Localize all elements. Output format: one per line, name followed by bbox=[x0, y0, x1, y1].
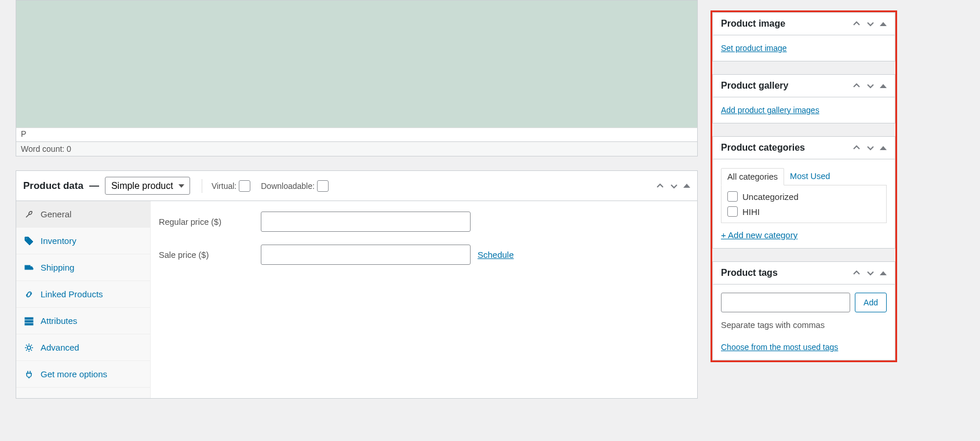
schedule-link[interactable]: Schedule bbox=[478, 250, 514, 260]
category-label: HIHI bbox=[742, 207, 760, 217]
editor-word-count: Word count: 0 bbox=[16, 141, 698, 156]
tab-most-used[interactable]: Most Used bbox=[784, 168, 836, 185]
add-gallery-images-link[interactable]: Add product gallery images bbox=[721, 105, 819, 115]
product-gallery-panel: Product gallery Add product gallery imag… bbox=[712, 74, 895, 123]
chevron-down-icon[interactable] bbox=[866, 81, 875, 90]
sale-price-input[interactable] bbox=[261, 245, 471, 265]
panel-title: Product tags bbox=[721, 268, 778, 278]
panel-title: Product categories bbox=[721, 143, 805, 153]
chevron-up-icon[interactable] bbox=[852, 81, 861, 90]
add-new-category-link[interactable]: + Add new category bbox=[721, 230, 797, 240]
product-data-header: Product data — Simple product Virtual: D… bbox=[16, 171, 697, 201]
editor-element-path: P bbox=[16, 127, 698, 141]
list-icon bbox=[24, 316, 34, 326]
category-checkbox[interactable] bbox=[727, 206, 738, 217]
tab-get-more-options[interactable]: Get more options bbox=[16, 361, 150, 388]
tab-label: Attributes bbox=[41, 316, 77, 326]
product-type-select[interactable]: Simple product bbox=[105, 177, 190, 195]
choose-most-used-tags-link[interactable]: Choose from the most used tags bbox=[721, 342, 838, 352]
regular-price-input[interactable] bbox=[261, 212, 471, 232]
product-data-title: Product data bbox=[23, 180, 83, 192]
tab-shipping[interactable]: Shipping bbox=[16, 254, 150, 281]
chevron-down-icon[interactable] bbox=[866, 19, 875, 28]
chevron-up-icon[interactable] bbox=[852, 268, 861, 278]
sale-price-label: Sale price ($) bbox=[159, 250, 261, 260]
add-tag-button[interactable]: Add bbox=[855, 293, 887, 312]
panel-toggle-icon[interactable] bbox=[683, 184, 690, 188]
tag-input[interactable] bbox=[721, 293, 850, 312]
tab-linked-products[interactable]: Linked Products bbox=[16, 281, 150, 308]
tab-label: Linked Products bbox=[41, 289, 103, 299]
virtual-checkbox[interactable] bbox=[239, 180, 250, 192]
tab-label: General bbox=[41, 209, 71, 219]
tab-label: Advanced bbox=[41, 342, 79, 352]
regular-price-label: Regular price ($) bbox=[159, 217, 261, 227]
plug-icon bbox=[24, 370, 34, 379]
downloadable-checkbox[interactable] bbox=[317, 180, 329, 192]
tab-label: Shipping bbox=[41, 263, 74, 272]
separator bbox=[202, 179, 202, 193]
product-categories-panel: Product categories All categories Most U… bbox=[712, 136, 895, 249]
tab-label: Get more options bbox=[41, 369, 107, 379]
panel-title: Product gallery bbox=[721, 81, 788, 91]
downloadable-toggle[interactable]: Downloadable: bbox=[261, 180, 329, 192]
product-data-sep: — bbox=[89, 180, 99, 192]
tag-icon bbox=[24, 236, 34, 246]
category-list: Uncategorized HIHI bbox=[721, 185, 887, 223]
virtual-label: Virtual: bbox=[212, 181, 236, 191]
product-tags-panel: Product tags Add Separate tags with comm… bbox=[712, 261, 895, 360]
chevron-up-icon[interactable] bbox=[655, 181, 665, 191]
panel-toggle-icon[interactable] bbox=[880, 146, 887, 150]
svg-rect-2 bbox=[25, 318, 33, 319]
svg-rect-4 bbox=[25, 323, 33, 325]
category-item[interactable]: Uncategorized bbox=[727, 191, 880, 202]
tag-hint: Separate tags with commas bbox=[721, 320, 887, 330]
product-data-tabs: General Inventory Shipping Linked Produc… bbox=[16, 201, 151, 398]
svg-rect-1 bbox=[25, 265, 30, 269]
virtual-toggle[interactable]: Virtual: bbox=[212, 180, 250, 192]
category-checkbox[interactable] bbox=[727, 191, 738, 202]
chevron-down-icon[interactable] bbox=[866, 268, 875, 278]
svg-point-5 bbox=[27, 346, 31, 349]
chevron-up-icon[interactable] bbox=[852, 19, 861, 28]
tab-advanced[interactable]: Advanced bbox=[16, 334, 150, 361]
product-image-panel: Product image Set product image bbox=[712, 12, 895, 61]
set-product-image-link[interactable]: Set product image bbox=[721, 43, 787, 53]
panel-toggle-icon[interactable] bbox=[880, 271, 887, 275]
chevron-down-icon[interactable] bbox=[669, 181, 679, 191]
tab-label: Inventory bbox=[41, 236, 76, 246]
chevron-up-icon[interactable] bbox=[852, 143, 861, 152]
downloadable-label: Downloadable: bbox=[261, 181, 315, 191]
chevron-down-icon[interactable] bbox=[866, 143, 875, 152]
wrench-icon bbox=[24, 210, 34, 219]
panel-toggle-icon[interactable] bbox=[880, 22, 887, 26]
svg-point-0 bbox=[26, 238, 27, 239]
sidebar-highlighted: Product image Set product image Product … bbox=[711, 10, 897, 362]
link-icon bbox=[24, 290, 34, 299]
svg-rect-3 bbox=[25, 320, 33, 322]
category-item[interactable]: HIHI bbox=[727, 206, 880, 217]
tab-all-categories[interactable]: All categories bbox=[721, 168, 784, 185]
tab-general[interactable]: General bbox=[16, 201, 150, 228]
panel-toggle-icon[interactable] bbox=[880, 84, 887, 88]
panel-title: Product image bbox=[721, 19, 785, 29]
category-label: Uncategorized bbox=[742, 192, 799, 202]
editor-body[interactable] bbox=[16, 0, 698, 127]
truck-icon bbox=[24, 263, 34, 272]
product-data-content: Regular price ($) Sale price ($) Schedul… bbox=[151, 201, 697, 398]
product-data-panel: Product data — Simple product Virtual: D… bbox=[16, 170, 698, 399]
tab-attributes[interactable]: Attributes bbox=[16, 308, 150, 334]
gear-icon bbox=[24, 343, 34, 352]
tab-inventory[interactable]: Inventory bbox=[16, 228, 150, 254]
